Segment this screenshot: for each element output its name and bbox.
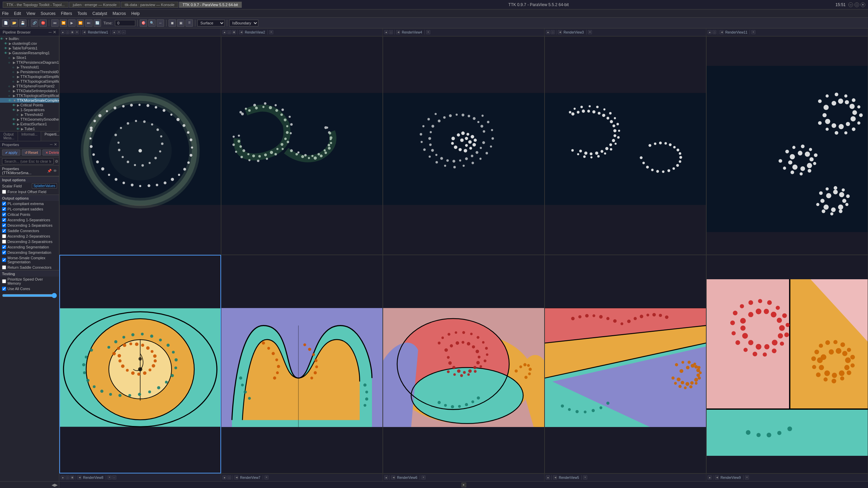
pipeline-item-2[interactable]: 👁▶TableToPoints1: [0, 46, 59, 50]
rss-e1[interactable]: ■: [546, 475, 550, 480]
rss-btn-6[interactable]: ■: [112, 30, 116, 34]
tree-expand-icon[interactable]: ▶: [21, 127, 24, 131]
tree-eye-icon[interactable]: 👁: [16, 127, 21, 131]
pipeline-item-4[interactable]: ○▶Slice1: [0, 55, 59, 60]
menu-filters[interactable]: Filters: [61, 11, 72, 16]
tree-eye-icon[interactable]: ○: [8, 89, 13, 93]
tb-first[interactable]: ⏮: [51, 19, 59, 27]
viewport-renderview8[interactable]: [59, 255, 221, 473]
tb-new[interactable]: 📄: [2, 19, 9, 27]
tb-last[interactable]: ⏭: [85, 19, 93, 27]
viewport-renderview3[interactable]: [545, 36, 706, 255]
output-checkbox-5[interactable]: [2, 229, 6, 233]
tree-expand-icon[interactable]: ▶: [17, 70, 20, 74]
tree-expand-icon[interactable]: ▶: [17, 65, 20, 69]
tree-eye-icon[interactable]: ○: [16, 113, 21, 117]
viewport-renderview1[interactable]: [59, 36, 221, 255]
tree-eye-icon[interactable]: 👁: [12, 122, 17, 126]
viewport-renderview4[interactable]: [383, 36, 545, 255]
pipeline-item-0[interactable]: 👁▼builtin:: [0, 36, 59, 41]
tree-expand-icon[interactable]: ▶: [17, 80, 20, 83]
tree-expand-icon[interactable]: ▶: [13, 56, 16, 60]
rss-btn-2[interactable]: □: [65, 30, 70, 34]
pipeline-item-14[interactable]: 👁▶Critical Points: [0, 103, 59, 107]
tb-prev[interactable]: ⏪: [60, 19, 67, 27]
pipeline-item-16[interactable]: ○▶Threshold2: [0, 112, 59, 117]
rss-b3[interactable]: ▣: [70, 475, 74, 480]
rss-c4[interactable]: ✕: [264, 475, 269, 480]
rss-b6[interactable]: ↔: [112, 475, 116, 480]
rss-btn-3[interactable]: ▣: [70, 30, 74, 34]
representation-select[interactable]: Surface Wireframe Points: [197, 20, 225, 26]
output-checkbox-10[interactable]: [2, 258, 6, 262]
tree-expand-icon[interactable]: ▶: [9, 51, 12, 55]
rss4-btn-3[interactable]: ◀: [396, 30, 400, 34]
rss-b4[interactable]: ◀: [77, 475, 81, 480]
rss2-btn-2[interactable]: □: [227, 30, 231, 34]
output-checkbox-11[interactable]: [2, 265, 6, 269]
pipeline-item-11[interactable]: ○▶TTKDataSetInterpolator1: [0, 88, 59, 93]
time-input[interactable]: [115, 20, 135, 26]
rss3-btn-4[interactable]: ✕: [588, 30, 592, 34]
resize-arrow-left[interactable]: ◀: [52, 483, 55, 487]
properties-search-input[interactable]: [2, 158, 54, 164]
tb-next[interactable]: ⏩: [77, 19, 84, 27]
tree-eye-icon[interactable]: ○: [12, 65, 17, 69]
pipeline-browser-minimize[interactable]: ─: [48, 30, 52, 35]
tb-disconnect[interactable]: ⛔: [39, 19, 47, 27]
search-settings-icon[interactable]: ⚙: [55, 159, 58, 164]
viewport-renderview2[interactable]: [221, 36, 383, 255]
menu-view[interactable]: View: [26, 11, 35, 16]
apply-button[interactable]: ✔ apply: [2, 149, 20, 156]
rss2-btn-5[interactable]: ✕: [269, 30, 273, 34]
tb-save[interactable]: 💾: [19, 19, 26, 27]
output-checkbox-7[interactable]: [2, 240, 6, 244]
rss-f1[interactable]: ■: [708, 475, 712, 480]
tree-expand-icon[interactable]: ▶: [17, 108, 20, 112]
maximize-btn[interactable]: □: [854, 2, 859, 7]
window-controls[interactable]: ─ □ ✕: [848, 2, 865, 7]
pipeline-item-19[interactable]: 👁▶Tube1: [0, 126, 59, 131]
rss-btn-4[interactable]: ⊕: [75, 30, 79, 34]
tree-eye-icon[interactable]: 👁: [4, 42, 9, 45]
panel-tabs[interactable]: Output Mess... Informati... Properti...: [0, 131, 59, 141]
viewport-renderview7[interactable]: [221, 255, 383, 473]
tree-eye-icon[interactable]: 👁: [12, 118, 17, 121]
tb-points[interactable]: ⠿: [185, 19, 193, 27]
menu-sources[interactable]: Sources: [41, 11, 56, 16]
rss-c2[interactable]: □: [227, 475, 231, 480]
tree-eye-icon[interactable]: ○: [8, 61, 13, 64]
cores-slider[interactable]: [2, 293, 57, 298]
tb-reset-cam[interactable]: 🎯: [140, 19, 147, 27]
output-checkbox-4[interactable]: [2, 223, 6, 227]
pipeline-item-12[interactable]: ○▶TTKTopologicalSimplification1: [0, 93, 59, 98]
rss11-btn-4[interactable]: ✕: [751, 30, 755, 34]
rss-f2[interactable]: ◀: [715, 475, 719, 480]
scalar-field-value[interactable]: SplatterValues: [32, 183, 57, 188]
output-checkbox-8[interactable]: [2, 245, 6, 249]
tree-expand-icon[interactable]: ▶: [17, 118, 20, 121]
properties-close[interactable]: ✕: [54, 142, 57, 147]
tree-eye-icon[interactable]: 👁: [12, 103, 17, 107]
pipeline-item-18[interactable]: 👁▶ExtractSurface1: [0, 122, 59, 126]
output-checkbox-6[interactable]: [2, 234, 6, 238]
properties-scroll[interactable]: Input options Scalar Field SplatterValue…: [0, 176, 59, 481]
pipeline-item-10[interactable]: ○▶TTKSphereFromPoint2: [0, 84, 59, 88]
rss-c3[interactable]: ◀: [234, 475, 238, 480]
menu-tools[interactable]: Tools: [78, 11, 87, 16]
rss11-btn-3[interactable]: ◀: [719, 30, 724, 34]
rss-btn-1[interactable]: ■: [61, 30, 65, 34]
tree-expand-icon[interactable]: ▶: [17, 75, 20, 79]
rss-b2[interactable]: □: [65, 475, 70, 480]
pipeline-item-9[interactable]: ○▶TTKTopologicalSimplification1: [0, 79, 59, 84]
pipeline-item-1[interactable]: 👁▶clustering0.csv: [0, 41, 59, 46]
tree-expand-icon[interactable]: ▶: [21, 113, 24, 117]
tree-eye-icon[interactable]: ○: [8, 84, 13, 88]
tb-surface[interactable]: ◼: [169, 19, 176, 27]
rss3-btn-2[interactable]: □: [551, 30, 555, 34]
rss4-btn-4[interactable]: ✕: [426, 30, 430, 34]
tab-information[interactable]: Informati...: [18, 131, 41, 141]
tb-interact[interactable]: ↔: [157, 19, 164, 27]
rss2-btn-1[interactable]: ■: [222, 30, 226, 34]
rss2-btn-4[interactable]: ◀: [239, 30, 243, 34]
